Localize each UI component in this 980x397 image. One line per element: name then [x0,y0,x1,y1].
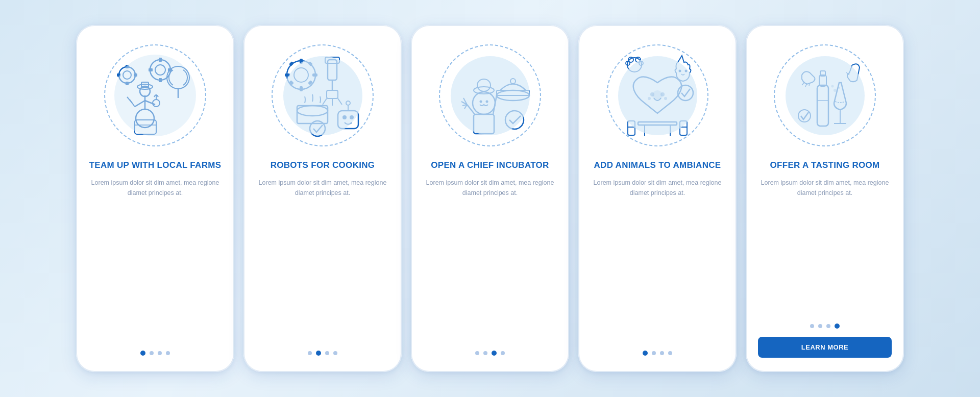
dot-3[interactable] [826,324,830,328]
dot-4[interactable] [835,324,840,329]
card-desc-team-up: Lorem ipsum dolor sit dim amet, mea regi… [88,178,222,341]
card-animals: ADD ANIMALS TO AMBIANCE Lorem ipsum dolo… [578,25,737,372]
dots-robots [308,351,337,358]
illustration-team-up [99,39,211,152]
card-desc-tasting: Lorem ipsum dolor sit dim amet, mea regi… [758,178,892,314]
cards-container: TEAM UP WITH LOCAL FARMS Lorem ipsum dol… [56,10,924,387]
learn-more-button[interactable]: LEARN MORE [758,337,892,358]
dot-1[interactable] [810,324,814,328]
illustration-robots [266,39,379,152]
dots-animals [643,351,672,358]
dot-4[interactable] [333,351,337,355]
dot-2[interactable] [316,351,321,356]
dots-chief [475,351,505,358]
dots-team-up [140,351,170,358]
card-robots: ROBOTS FOR COOKING Lorem ipsum dolor sit… [243,25,402,372]
dot-4[interactable] [668,351,672,355]
dot-4[interactable] [166,351,170,355]
dot-3[interactable] [492,351,497,356]
card-desc-chief: Lorem ipsum dolor sit dim amet, mea regi… [423,178,557,341]
card-title-tasting: OFFER A TASTING ROOM [770,160,879,170]
dots-tasting [810,324,840,331]
card-title-team-up: TEAM UP WITH LOCAL FARMS [89,160,222,170]
card-tasting-room: OFFER A TASTING ROOM Lorem ipsum dolor s… [746,25,904,372]
dot-3[interactable] [325,351,329,355]
illustration-tasting [769,39,881,152]
card-desc-animals: Lorem ipsum dolor sit dim amet, mea regi… [591,178,724,341]
card-title-robots: ROBOTS FOR COOKING [271,160,375,170]
dot-1[interactable] [140,351,145,356]
dot-2[interactable] [652,351,656,355]
card-chief-incubator: OPEN A CHIEF INCUBATOR Lorem ipsum dolor… [411,25,569,372]
dot-2[interactable] [150,351,154,355]
card-title-animals: ADD ANIMALS TO AMBIANCE [594,160,721,170]
dot-2[interactable] [483,351,487,355]
dot-1[interactable] [475,351,479,355]
dot-1[interactable] [308,351,312,355]
dot-4[interactable] [501,351,505,355]
card-title-chief: OPEN A CHIEF INCUBATOR [431,160,549,170]
dot-3[interactable] [158,351,162,355]
dot-1[interactable] [643,351,648,356]
illustration-animals [601,39,714,152]
dot-2[interactable] [818,324,822,328]
card-desc-robots: Lorem ipsum dolor sit dim amet, mea regi… [256,178,389,341]
dot-3[interactable] [660,351,664,355]
illustration-chief [434,39,546,152]
card-team-up: TEAM UP WITH LOCAL FARMS Lorem ipsum dol… [76,25,234,372]
